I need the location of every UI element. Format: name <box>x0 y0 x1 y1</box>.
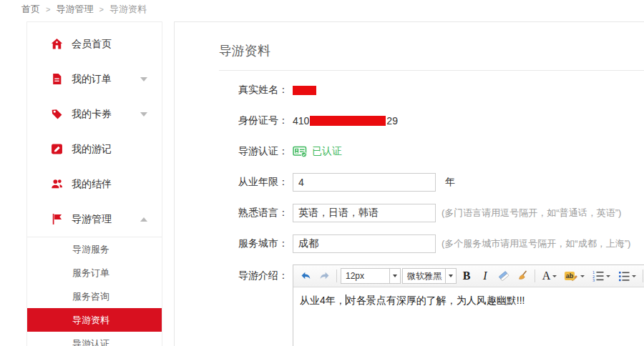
id-number-label: 身份证号： <box>175 114 288 127</box>
ordered-list-button[interactable]: 123 <box>589 267 613 285</box>
sidebar-item-label: 我的游记 <box>72 143 112 156</box>
highlight-color-button[interactable]: ab <box>562 267 587 285</box>
languages-row: 熟悉语言： (多门语言请用逗号隔开，如“普通话，英语”) <box>175 203 644 223</box>
font-color-icon: A <box>542 270 551 282</box>
sidebar-item-my-travel-notes[interactable]: 我的游记 <box>27 132 162 167</box>
undo-button[interactable] <box>297 267 314 285</box>
sidebar-item-label: 会员首页 <box>72 38 112 51</box>
sidebar-item-guide-management[interactable]: 导游管理 <box>27 202 162 237</box>
svg-text:3: 3 <box>592 278 595 282</box>
years-label: 从业年限： <box>175 176 288 189</box>
editor-content-area[interactable]: 从业4年，对各景点有深厚的了解，为人风趣幽默!!! <box>293 287 644 346</box>
breadcrumb-current-page: 导游资料 <box>109 3 147 16</box>
sidebar-item-label: 我的结伴 <box>72 178 112 191</box>
certification-row: 导游认证： 已认证 <box>175 142 644 162</box>
main-panel: 导游资料 真实姓名： 身份证号： 410 29 导游认证： 已认证 从业 <box>174 21 644 346</box>
cities-input[interactable] <box>293 234 436 253</box>
cities-row: 服务城市： (多个服务城市请用逗号隔开，如“成都，上海”) <box>175 234 644 254</box>
ordered-list-icon: 123 <box>592 270 604 282</box>
highlight-color-icon: ab <box>565 272 575 280</box>
breadcrumb-separator: > <box>99 5 103 14</box>
sidebar-item-my-coupons[interactable]: 我的卡券 <box>27 97 162 132</box>
undo-icon <box>300 270 312 282</box>
guide-management-submenu: 导游服务 服务订单 服务咨询 导游资料 导游认证 <box>27 237 162 346</box>
chevron-down-icon <box>606 275 610 277</box>
languages-hint: (多门语言请用逗号隔开，如“普通话，英语”) <box>441 207 621 219</box>
flag-icon <box>51 213 63 225</box>
italic-icon: I <box>483 270 487 282</box>
real-name-label: 真实姓名： <box>175 84 288 97</box>
sidebar-item-my-orders[interactable]: 我的订单 <box>27 61 162 97</box>
id-card-verified-icon <box>293 146 308 158</box>
intro-text-after-caret: 对各景点有深厚的了解，为人风趣幽默!!! <box>346 295 525 306</box>
intro-row: 导游介绍： 12px 微软雅黑 <box>175 265 644 346</box>
clear-format-button[interactable] <box>514 267 531 285</box>
submenu-item-guide-certification[interactable]: 导游认证 <box>27 332 162 346</box>
id-number-suffix: 29 <box>386 115 398 127</box>
breadcrumb-home[interactable]: 首页 <box>21 3 40 16</box>
id-number-row: 身份证号： 410 29 <box>175 111 644 131</box>
font-family-select[interactable]: 微软雅黑 <box>402 268 457 284</box>
document-icon <box>51 73 63 85</box>
chevron-down-icon <box>552 275 557 277</box>
breadcrumb-separator: > <box>46 5 50 14</box>
edit-icon <box>51 143 63 155</box>
sidebar-item-label: 我的卡券 <box>72 108 112 121</box>
cities-hint: (多个服务城市请用逗号隔开，如“成都，上海”) <box>441 237 630 250</box>
font-family-value: 微软雅黑 <box>403 270 445 282</box>
chevron-down-icon <box>389 269 400 283</box>
chevron-down-icon <box>580 275 585 277</box>
chevron-down-icon <box>445 269 456 283</box>
breadcrumb-guide-management[interactable]: 导游管理 <box>56 3 93 16</box>
font-size-value: 12px <box>341 271 389 281</box>
home-icon <box>51 38 63 50</box>
intro-text-before-caret: 从业4年， <box>300 295 346 306</box>
chevron-up-icon <box>140 217 147 222</box>
submenu-item-service-orders[interactable]: 服务订单 <box>27 261 162 285</box>
chevron-down-icon <box>140 77 147 81</box>
breadcrumb: 首页 > 导游管理 > 导游资料 <box>21 3 147 16</box>
submenu-item-service-inquiries[interactable]: 服务咨询 <box>27 285 162 308</box>
redo-button[interactable] <box>316 267 333 285</box>
rich-text-editor: 12px 微软雅黑 B I <box>293 265 644 346</box>
sidebar-item-my-companions[interactable]: 我的结伴 <box>27 167 162 202</box>
languages-input[interactable] <box>293 204 436 222</box>
bold-button[interactable]: B <box>458 267 475 285</box>
bold-icon: B <box>463 270 471 282</box>
sidebar-item-label: 我的订单 <box>72 73 112 86</box>
clear-format-brush-icon <box>516 270 529 282</box>
sidebar: 会员首页 我的订单 我的卡券 我的游记 我的结伴 导游管理 导游服务 服 <box>26 21 162 346</box>
redacted-id-digits <box>310 116 386 126</box>
languages-label: 熟悉语言： <box>175 207 288 219</box>
sidebar-item-label: 导游管理 <box>72 213 112 226</box>
tag-icon <box>51 108 63 120</box>
redacted-real-name <box>293 86 316 95</box>
chevron-down-icon <box>632 275 636 277</box>
italic-button[interactable]: I <box>477 267 494 285</box>
certification-status: 已认证 <box>312 145 342 158</box>
sidebar-item-member-home[interactable]: 会员首页 <box>27 26 162 61</box>
id-number-prefix: 410 <box>293 115 309 127</box>
chevron-down-icon <box>140 112 147 117</box>
eraser-icon <box>497 270 510 282</box>
font-color-button[interactable]: A <box>539 267 560 285</box>
toolbar-separator <box>643 270 643 282</box>
toolbar-separator <box>535 270 535 282</box>
submenu-item-guide-profile[interactable]: 导游资料 <box>27 308 162 332</box>
font-size-select[interactable]: 12px <box>341 268 401 284</box>
people-icon <box>51 178 63 190</box>
submenu-item-guide-services[interactable]: 导游服务 <box>27 237 162 261</box>
cities-label: 服务城市： <box>175 237 288 250</box>
certification-label: 导游认证： <box>175 145 288 158</box>
years-input[interactable] <box>293 173 436 192</box>
page-title: 导游资料 <box>219 22 644 71</box>
editor-toolbar: 12px 微软雅黑 B I <box>293 265 644 287</box>
guide-profile-form: 真实姓名： 身份证号： 410 29 导游认证： 已认证 从业年限： <box>175 71 644 346</box>
unordered-list-button[interactable] <box>615 267 639 285</box>
toolbar-separator <box>336 270 337 282</box>
real-name-row: 真实姓名： <box>175 80 644 100</box>
years-unit: 年 <box>445 176 455 189</box>
unordered-list-icon <box>618 270 630 282</box>
intro-label: 导游介绍： <box>175 265 288 286</box>
eraser-button[interactable] <box>495 267 512 285</box>
